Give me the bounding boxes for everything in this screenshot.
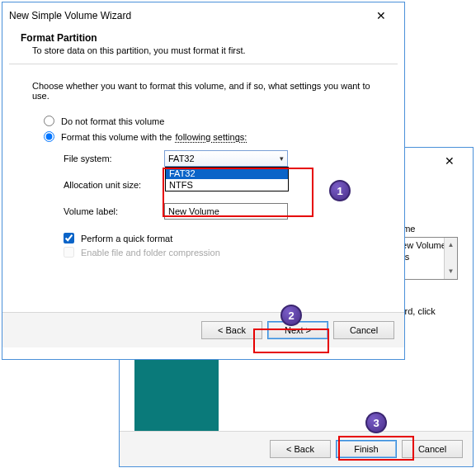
checkbox-input: [64, 247, 74, 258]
cancel-button[interactable]: Cancel: [402, 440, 463, 458]
file-system-dropdown: FAT32 NTFS: [165, 167, 289, 191]
close-icon[interactable]: ✕: [433, 154, 466, 168]
button-bar-front: < Back Next > Cancel: [2, 312, 404, 347]
back-button[interactable]: < Back: [270, 440, 331, 458]
back-button[interactable]: < Back: [201, 321, 262, 339]
cancel-button[interactable]: Cancel: [333, 321, 394, 339]
scrollbar[interactable]: ▲▼: [444, 238, 457, 279]
compression-checkbox: Enable file and folder compression: [64, 247, 388, 258]
file-system-option[interactable]: NTFS: [166, 179, 288, 191]
window-title: New Simple Volume Wizard: [9, 10, 131, 21]
checkbox-label: Enable file and folder compression: [81, 248, 220, 258]
file-system-selected: FAT32: [168, 154, 195, 163]
scroll-up-icon[interactable]: ▲: [448, 239, 455, 251]
annotation-badge: 2: [280, 305, 302, 326]
volume-label-label: Volume label:: [64, 206, 164, 216]
radio-do-not-format[interactable]: Do not format this volume: [44, 116, 388, 126]
radio-label-link: following settings:: [176, 132, 247, 142]
annotation-badge: 1: [329, 180, 351, 201]
page-title: Format Partition: [21, 32, 386, 44]
file-system-select[interactable]: FAT32 ▾ FAT32 NTFS: [164, 150, 288, 167]
close-icon[interactable]: ✕: [365, 9, 398, 22]
radio-format-with-settings[interactable]: Format this volume with the following se…: [44, 131, 388, 142]
volume-label-input[interactable]: [164, 203, 288, 220]
annotation-badge: 3: [365, 412, 387, 433]
checkbox-input[interactable]: [64, 233, 74, 243]
radio-label-prefix: Format this volume with the: [61, 132, 172, 142]
scroll-down-icon[interactable]: ▼: [448, 266, 455, 277]
button-bar-back: < Back Finish Cancel: [120, 431, 473, 466]
checkbox-label: Perform a quick format: [81, 234, 172, 243]
quick-format-checkbox[interactable]: Perform a quick format: [64, 233, 388, 243]
titlebar-front: New Simple Volume Wizard ✕: [2, 2, 404, 29]
radio-input[interactable]: [44, 131, 54, 142]
next-button[interactable]: Next >: [267, 321, 328, 339]
radio-label: Do not format this volume: [61, 116, 164, 126]
finish-button[interactable]: Finish: [336, 440, 397, 458]
intro-text: Choose whether you want to format this v…: [32, 81, 388, 101]
file-system-option[interactable]: FAT32: [166, 168, 288, 179]
allocation-label: Allocation unit size:: [64, 180, 164, 190]
chevron-down-icon: ▾: [280, 154, 284, 163]
page-subtitle: To store data on this partition, you mus…: [21, 45, 386, 55]
file-system-label: File system:: [64, 154, 164, 163]
radio-input[interactable]: [44, 116, 54, 126]
header-block: Format Partition To store data on this p…: [2, 29, 404, 64]
